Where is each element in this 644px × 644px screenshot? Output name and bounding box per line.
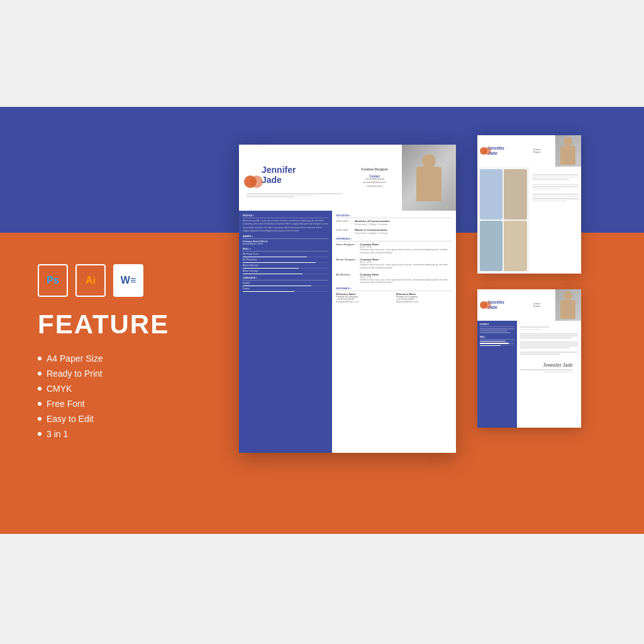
cover-letter-body: CONTACT SKILL — [477, 321, 581, 428]
feature-item-6: 3 in 1 — [47, 429, 68, 439]
doc-small-title-area: CreativeDesigner — [519, 135, 555, 167]
doc-small-header-1: JenniferJade CreativeDesigner — [477, 135, 581, 167]
award-section: AWARD ≡ Category Award (Silver) Search A… — [243, 235, 328, 245]
cover-letter-content: Jennifer Jade — [517, 321, 581, 428]
portfolio-document: JenniferJade CreativeDesigner — [477, 135, 581, 274]
ref-item-2: Referance Name Position & Company +62 87… — [396, 292, 452, 303]
feature-item-5: Easy to Edit — [47, 414, 94, 424]
doc-small-name-area: JenniferJade — [477, 135, 519, 167]
bullet-icon — [38, 357, 42, 360]
top-band — [0, 0, 644, 107]
referance-title: REFERANCE ≡ — [336, 287, 452, 291]
doc-small-header-2: JenniferJade CreativeDesigner — [477, 289, 581, 321]
doc-small-text-1 — [530, 167, 582, 274]
illustrator-icon: Ai — [75, 264, 106, 297]
photo-placeholder — [402, 145, 456, 211]
doc-small-name-area-2: JenniferJade — [477, 289, 519, 321]
feature-item-3: CMYK — [47, 384, 72, 394]
doc-small-title-2: CreativeDesigner — [533, 303, 541, 308]
bullet-icon — [38, 402, 42, 406]
list-item: CMYK — [38, 381, 208, 396]
resume-main-document: Jennifer Jade Creative Designer — [239, 145, 456, 453]
feature-item-1: A4 Paper Size — [47, 353, 103, 364]
feature-item-2: Ready to Print — [47, 369, 103, 379]
skill-title: SKILL ≡ — [243, 248, 328, 252]
resume-title: Creative Designer — [350, 167, 399, 171]
doc-small-photo-2 — [555, 289, 581, 321]
page-wrapper: Ps Ai W≡ FEATURE A4 Paper Size Ready to … — [0, 0, 644, 644]
profile-section: PROFILE ≡ Write your profile. Lorem ipsu… — [243, 214, 328, 233]
bullet-icon — [38, 432, 42, 436]
list-item: Ready to Print — [38, 366, 208, 381]
photo-thumb-3 — [480, 221, 502, 271]
resume-contact-area: Contact +62 87866545123 youremail@here.c… — [350, 175, 399, 188]
contact-info: +62 87866545123 youremail@here.com Linke… — [350, 178, 399, 188]
list-item: 3 in 1 — [38, 426, 208, 441]
edu-item-2: 2006-2008 Master in Communication Univer… — [336, 228, 452, 235]
award-title: AWARD ≡ — [243, 235, 328, 239]
feature-left-panel: Ps Ai W≡ FEATURE A4 Paper Size Ready to … — [38, 252, 208, 441]
feature-item-4: Free Font — [47, 399, 85, 409]
resume-header-left: Jennifer Jade — [239, 145, 348, 211]
resume-header-middle: Creative Designer Contact +62 8786654512… — [348, 145, 402, 211]
resume-header-photo — [402, 145, 456, 211]
feature-list: A4 Paper Size Ready to Print CMYK Free F… — [38, 351, 208, 441]
list-item: Free Font — [38, 396, 208, 411]
resume-body: PROFILE ≡ Write your profile. Lorem ipsu… — [239, 211, 456, 453]
list-item: A4 Paper Size — [38, 351, 208, 366]
resume-name: Jennifer Jade — [262, 165, 296, 185]
bullet-icon — [38, 372, 42, 375]
skill-section: SKILL ≡ Ms Power Point Ms Photoshop Adob… — [243, 248, 328, 274]
bullet-icon — [38, 417, 42, 421]
referance-grid: Referance Name Position & Company +62 87… — [336, 292, 452, 303]
exp-item-3: Art Director Company Name 2012 - 2013 De… — [336, 273, 452, 285]
bottom-band — [0, 534, 644, 644]
photo-grid — [477, 167, 530, 274]
photo-thumb-4 — [504, 221, 526, 271]
bullet-icon — [38, 387, 42, 391]
doc-small-title-area-2: CreativeDesigner — [519, 289, 555, 321]
resume-header: Jennifer Jade Creative Designer — [239, 145, 456, 211]
photoshop-icon: Ps — [38, 264, 68, 297]
cover-letter-sidebar: CONTACT SKILL — [477, 321, 517, 428]
doc-small-title-1: CreativeDesigner — [533, 148, 541, 153]
cover-letter-document: JenniferJade CreativeDesigner — [477, 289, 581, 428]
signature: Jennifer Jade — [520, 362, 578, 368]
doc-small-body-1 — [477, 167, 581, 274]
word-icon: W≡ — [113, 264, 143, 297]
software-icons: Ps Ai W≡ — [38, 264, 208, 297]
profile-title: PROFILE ≡ — [243, 214, 328, 218]
experience-title: EXPERIENCE ≡ — [336, 238, 452, 242]
language-title: LANGUAGE ≡ — [243, 277, 328, 280]
exp-item-2: Senior Designer Company Name 2011 - 2012… — [336, 258, 452, 270]
education-title: EDUCATION ≡ — [336, 214, 452, 218]
resume-sidebar: PROFILE ≡ Write your profile. Lorem ipsu… — [239, 211, 332, 453]
photo-thumb-1 — [480, 169, 502, 219]
feature-title: FEATURE — [38, 309, 208, 340]
photo-thumb-2 — [504, 169, 526, 219]
edu-item-1: 2002-2006 Bachelor of Communication Univ… — [336, 219, 452, 226]
orange-section: Ps Ai W≡ FEATURE A4 Paper Size Ready to … — [0, 233, 644, 534]
doc-small-photo-1 — [555, 135, 581, 167]
resume-content: EDUCATION ≡ 2002-2006 Bachelor of Commun… — [332, 211, 456, 453]
ref-item-1: Referance Name Position & Company +62 87… — [336, 292, 392, 303]
language-section: LANGUAGE ≡ English France — [243, 277, 328, 292]
exp-item-1: Intern Designer Company Name 2010 - 2011… — [336, 243, 452, 255]
list-item: Easy to Edit — [38, 411, 208, 426]
